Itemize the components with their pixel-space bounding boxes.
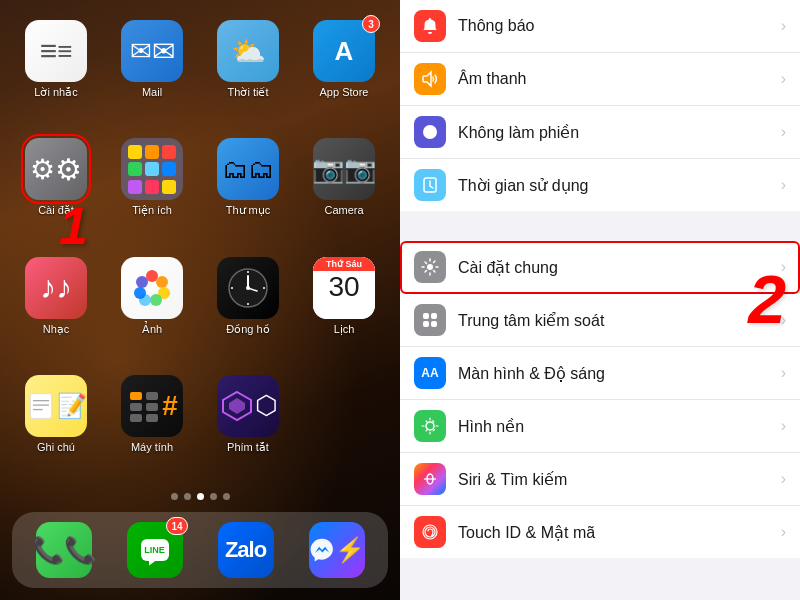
calc-label: Máy tính bbox=[131, 441, 173, 453]
app-grid: ≡ Lời nhắc ✉ Mail ⛅ Thời tiết bbox=[0, 0, 400, 487]
app-appstore[interactable]: 3 A App Store bbox=[304, 20, 384, 122]
dock-phone[interactable]: 📞 bbox=[36, 522, 92, 578]
app-calendar[interactable]: Thứ Sáu 30 Lịch bbox=[304, 257, 384, 359]
svg-marker-27 bbox=[229, 398, 245, 414]
donotdisturb-chevron: › bbox=[781, 123, 786, 141]
appstore-badge: 3 bbox=[362, 15, 380, 33]
dock-zalo[interactable]: Zalo bbox=[218, 522, 274, 578]
dot-2 bbox=[184, 493, 191, 500]
settings-notifications[interactable]: Thông báo › bbox=[400, 0, 800, 53]
wallpaper-chevron: › bbox=[781, 417, 786, 435]
settings-wallpaper[interactable]: Hình nền › bbox=[400, 400, 800, 453]
dot-1 bbox=[171, 493, 178, 500]
files-icon: 🗂 bbox=[217, 138, 279, 200]
app-calc[interactable]: Máy tính bbox=[112, 375, 192, 477]
line-badge: 14 bbox=[166, 517, 187, 535]
page-dots bbox=[0, 487, 400, 506]
app-reminders[interactable]: ≡ Lời nhắc bbox=[16, 20, 96, 122]
dock-line[interactable]: 14 LINE bbox=[127, 522, 183, 578]
app-notes[interactable]: Ghi chú bbox=[16, 375, 96, 477]
svg-rect-25 bbox=[146, 414, 158, 422]
siri-icon bbox=[414, 463, 446, 495]
app-settings[interactable]: ⚙ Cài đặt 1 bbox=[16, 138, 96, 240]
svg-rect-31 bbox=[431, 313, 437, 319]
settings-touchid[interactable]: Touch ID & Mật mã › bbox=[400, 506, 800, 558]
settings-controlcenter[interactable]: Trung tâm kiểm soát › bbox=[400, 294, 800, 347]
general-icon bbox=[414, 251, 446, 283]
svg-rect-21 bbox=[146, 392, 158, 400]
wallpaper-label: Hình nền bbox=[458, 417, 781, 436]
zalo-icon: Zalo bbox=[218, 522, 274, 578]
svg-point-6 bbox=[136, 276, 148, 288]
line-icon: 14 LINE bbox=[127, 522, 183, 578]
mail-label: Mail bbox=[142, 86, 162, 98]
group-gap-1 bbox=[400, 213, 800, 241]
dot-3 bbox=[197, 493, 204, 500]
settings-sounds[interactable]: Âm thanh › bbox=[400, 53, 800, 106]
calendar-icon: Thứ Sáu 30 bbox=[313, 257, 375, 319]
dot-5 bbox=[223, 493, 230, 500]
line-bubble: LINE bbox=[141, 539, 169, 561]
wallpaper-icon bbox=[414, 410, 446, 442]
zalo-label-inner: Zalo bbox=[225, 522, 266, 578]
general-label: Cài đặt chung bbox=[458, 258, 781, 277]
screentime-chevron: › bbox=[781, 176, 786, 194]
app-music[interactable]: ♪ Nhạc bbox=[16, 257, 96, 359]
settings-group-2: Cài đặt chung › Trung tâm kiểm soát › AA… bbox=[400, 241, 800, 558]
settings-donotdisturb[interactable]: Không làm phiền › bbox=[400, 106, 800, 159]
sounds-icon bbox=[414, 63, 446, 95]
settings-display[interactable]: AA Màn hình & Độ sáng › bbox=[400, 347, 800, 400]
donotdisturb-label: Không làm phiền bbox=[458, 123, 781, 142]
svg-point-29 bbox=[427, 264, 433, 270]
app-utility[interactable]: Tiện ích bbox=[112, 138, 192, 240]
step1-number: 1 bbox=[59, 196, 88, 256]
svg-point-34 bbox=[426, 422, 434, 430]
touchid-icon bbox=[414, 516, 446, 548]
clock-icon bbox=[217, 257, 279, 319]
appstore-icon: 3 A bbox=[313, 20, 375, 82]
svg-rect-20 bbox=[130, 392, 142, 400]
files-label: Thư mục bbox=[226, 204, 271, 217]
reminders-icon: ≡ bbox=[25, 20, 87, 82]
svg-rect-30 bbox=[423, 313, 429, 319]
music-icon: ♪ bbox=[25, 257, 87, 319]
svg-point-7 bbox=[147, 283, 157, 293]
touchid-chevron: › bbox=[781, 523, 786, 541]
settings-screentime[interactable]: Thời gian sử dụng › bbox=[400, 159, 800, 211]
weather-icon: ⛅ bbox=[217, 20, 279, 82]
settings-siri[interactable]: Siri & Tìm kiếm › bbox=[400, 453, 800, 506]
app-weather[interactable]: ⛅ Thời tiết bbox=[208, 20, 288, 122]
app-files[interactable]: 🗂 Thư mục bbox=[208, 138, 288, 240]
settings-group-1: Thông báo › Âm thanh › Không làm phiền › bbox=[400, 0, 800, 211]
sounds-label: Âm thanh bbox=[458, 70, 781, 88]
clock-label: Đồng hồ bbox=[226, 323, 269, 336]
app-mail[interactable]: ✉ Mail bbox=[112, 20, 192, 122]
utility-folder bbox=[121, 138, 183, 200]
controlcenter-label: Trung tâm kiểm soát bbox=[458, 311, 781, 330]
settings-general[interactable]: Cài đặt chung › bbox=[400, 241, 800, 294]
app-clock[interactable]: Đồng hồ bbox=[208, 257, 288, 359]
notifications-label: Thông báo bbox=[458, 17, 781, 35]
app-shortcuts[interactable]: Phím tắt bbox=[208, 375, 288, 477]
shortcuts-icon bbox=[217, 375, 279, 437]
dock-messenger[interactable] bbox=[309, 522, 365, 578]
svg-rect-23 bbox=[146, 403, 158, 411]
camera-label: Camera bbox=[324, 204, 363, 216]
svg-rect-22 bbox=[130, 403, 142, 411]
svg-point-3 bbox=[150, 294, 162, 306]
screentime-icon bbox=[414, 169, 446, 201]
app-photos[interactable]: Ảnh bbox=[112, 257, 192, 359]
svg-point-12 bbox=[247, 271, 249, 273]
svg-point-14 bbox=[247, 303, 249, 305]
notifications-chevron: › bbox=[781, 17, 786, 35]
step2-number: 2 bbox=[748, 260, 786, 338]
calendar-date: 30 bbox=[328, 273, 359, 301]
app-camera[interactable]: 📷 Camera bbox=[304, 138, 384, 240]
camera-icon: 📷 bbox=[313, 138, 375, 200]
svg-point-15 bbox=[231, 287, 233, 289]
screentime-label: Thời gian sử dụng bbox=[458, 176, 781, 195]
music-label: Nhạc bbox=[43, 323, 70, 336]
shortcuts-label: Phím tắt bbox=[227, 441, 269, 454]
svg-rect-16 bbox=[30, 393, 51, 418]
calc-icon bbox=[121, 375, 183, 437]
